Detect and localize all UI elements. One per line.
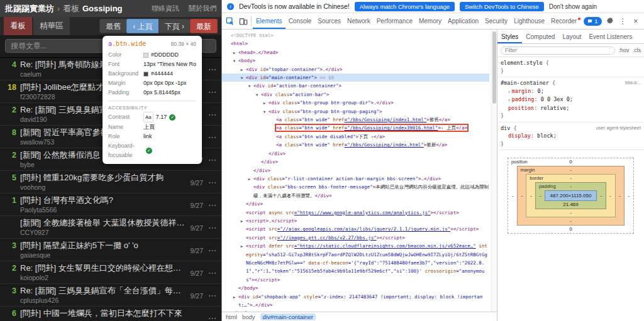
tab-performance[interactable]: Performance <box>374 13 416 29</box>
tab-memory[interactable]: Memory <box>416 13 445 29</box>
dom-node-line[interactable]: ▶<div class="r-list-container action-bar… <box>222 175 489 183</box>
dont-show-again-button[interactable]: Don't show again <box>549 3 597 10</box>
collapse-arrow-icon[interactable]: ▼ <box>262 107 267 116</box>
device-toolbar-icon[interactable] <box>237 13 250 29</box>
styles-tab-layout[interactable]: Layout <box>558 30 585 43</box>
post-title[interactable]: [問卦] 體重120kg需要吃多少蛋白質才夠 <box>20 172 187 183</box>
box-model-content[interactable]: 487.200×1115.050 <box>545 190 597 201</box>
breadcrumb-body[interactable]: body <box>242 313 255 320</box>
box-model-position[interactable]: position0-margin--border--padding--487.2… <box>508 158 634 234</box>
post-row[interactable]: 3[問卦] 隔壁桌正妹約5下一攤 o' 'ogaiaesque9/27⋯ <box>0 239 221 261</box>
dom-node-line[interactable]: <script src="//images.ptt.cc/bbs/v2.27/b… <box>222 234 489 242</box>
expand-arrow-icon[interactable]: ▶ <box>239 65 245 73</box>
box-model-border[interactable]: border--padding--487.200×1115.050-21.469… <box>526 174 615 217</box>
dom-node-line[interactable]: ▼<div class="action-bar"> <box>222 90 489 99</box>
collapse-arrow-icon[interactable]: ▼ <box>254 90 260 99</box>
styles-tab-computed[interactable]: Computed <box>522 30 558 43</box>
css-rule[interactable]: element.style {} <box>497 57 644 77</box>
dom-node-line[interactable]: </body> <box>222 284 489 292</box>
board-tab[interactable]: 看板 <box>4 17 32 35</box>
stylesheet-source-link[interactable]: user agent stylesheet <box>596 124 641 133</box>
dom-node-line[interactable]: <a class="btn wide disabled">下頁 ›</a> <box>222 133 489 141</box>
post-title[interactable]: Re: [新聞] 三媽臭臭鍋宣布「全台漲價」每鍋貴20 <box>20 285 187 296</box>
about-us-link[interactable]: 關於我們 <box>189 4 216 13</box>
paging-button[interactable]: ‹ 上頁 <box>126 19 158 33</box>
post-row[interactable]: 1[問卦] 台灣有早酒文化嗎?Paolyta55669/27⋯ <box>0 193 221 216</box>
post-title[interactable]: Re: [問卦] 女生幫男生口交的時候心裡在想什麼? <box>20 263 187 273</box>
post-row[interactable]: 6[問卦] 中國一堆爛兵，當初日本怎麼打不下來⋯ <box>0 307 221 321</box>
hov-toggle[interactable]: :hov <box>618 47 629 53</box>
box-model-padding[interactable]: padding--487.200×1115.050-21.469 <box>535 182 606 209</box>
box-model-margin[interactable]: margin--border--padding--487.200×1115.05… <box>517 166 625 226</box>
tab-lighthouse[interactable]: Lighthouse <box>511 13 548 29</box>
expand-arrow-icon[interactable]: ▶ <box>239 242 245 250</box>
expand-arrow-icon[interactable]: ▶ <box>247 175 252 183</box>
styles-tab-event-listeners[interactable]: Event Listeners <box>585 30 636 43</box>
dom-node-line[interactable]: ▶<div id="shopback-app" style="z-index: … <box>222 293 489 310</box>
dom-node-line[interactable]: ▼<div id="main-container"> == $0 <box>222 73 489 82</box>
elements-scrollbar[interactable] <box>491 30 497 312</box>
post-row[interactable]: 5[問卦] 體重120kg需要吃多少蛋白質才夠voohong9/27⋯ <box>0 171 221 193</box>
scrollbar-thumb[interactable] <box>492 31 496 104</box>
breadcrumb-div#main-container[interactable]: div#main-container <box>260 313 316 320</box>
collapse-arrow-icon[interactable]: ▼ <box>247 82 252 90</box>
expand-arrow-icon[interactable]: ▶ <box>231 48 237 57</box>
post-title[interactable]: [新聞] 全教總接著檢舉 大葉退休教授黃德祥開校長培訓班 <box>20 217 187 228</box>
post-title[interactable]: [問卦] 中國一堆爛兵，當初日本怎麼打不下來 <box>20 308 199 318</box>
expand-arrow-icon[interactable]: ▶ <box>239 217 245 225</box>
dom-node-line[interactable]: ▶<div id="topbar-container">…</div> <box>222 65 489 73</box>
collapse-arrow-icon[interactable]: ▼ <box>239 73 245 82</box>
dom-node-line[interactable]: </div> <box>222 166 489 175</box>
post-menu-icon[interactable]: ⋯ <box>208 87 216 97</box>
paging-button[interactable]: 下頁 › <box>158 19 191 33</box>
dom-node-line[interactable]: </div> <box>222 158 489 166</box>
post-title[interactable]: [問卦] 隔壁桌正妹約5下一攤 o' 'o <box>20 240 187 251</box>
stylesheet-source-link[interactable]: bbs-b... <box>625 79 641 87</box>
tab-security[interactable]: Security <box>482 13 511 29</box>
board-name[interactable]: Gossiping <box>82 4 123 13</box>
expand-arrow-icon[interactable]: ▶ <box>262 99 267 107</box>
breadcrumb-html[interactable]: html <box>226 313 237 320</box>
tab-network[interactable]: Network <box>344 13 374 29</box>
board-label[interactable]: 看板 <box>63 3 79 14</box>
tab-console[interactable]: Console <box>286 13 315 29</box>
kebab-menu-icon[interactable]: ⋮ <box>616 13 630 29</box>
issues-badge[interactable]: 1 <box>584 17 601 26</box>
css-property[interactable]: ▸margin: 0; <box>501 87 641 96</box>
post-menu-icon[interactable]: ⋯ <box>208 200 216 210</box>
post-menu-icon[interactable]: ⋯ <box>208 133 216 142</box>
css-property[interactable]: position: relative; <box>501 104 641 112</box>
post-row[interactable]: 2Re: [問卦] 女生幫男生口交的時候心裡在想什麼?koiopolo29/27… <box>0 261 221 284</box>
post-menu-icon[interactable]: ⋯ <box>208 246 216 255</box>
styles-filter-input[interactable] <box>501 46 615 55</box>
dom-node-line[interactable]: ▼<body> <box>222 57 489 65</box>
css-rule[interactable]: bbs-b...#main-container {▸margin: 0;▸pad… <box>497 77 644 122</box>
board-tab[interactable]: 精華區 <box>33 17 70 35</box>
collapse-arrow-icon[interactable]: ▼ <box>231 57 237 65</box>
match-chrome-language-button[interactable]: Always match Chrome's language <box>355 2 455 11</box>
dom-node-line[interactable]: </div> <box>222 150 489 158</box>
dom-node-line[interactable]: ▶<script>…</script> <box>222 217 489 225</box>
dom-node-line[interactable]: <!DOCTYPE html> <box>222 31 489 40</box>
tab-elements[interactable]: Elements <box>253 13 286 29</box>
post-menu-icon[interactable]: ⋯ <box>208 178 216 187</box>
post-menu-icon[interactable]: ⋯ <box>208 65 216 74</box>
dom-node-line[interactable]: </div> <box>222 200 489 208</box>
post-row[interactable]: 3Re: [新聞] 三媽臭臭鍋宣布「全台漲價」每鍋貴20cplusplus426… <box>0 284 221 307</box>
post-menu-icon[interactable]: ⋯ <box>208 268 216 278</box>
cls-toggle[interactable]: .cls <box>633 47 641 53</box>
paging-button[interactable]: 最舊 <box>99 19 127 33</box>
switch-to-chinese-button[interactable]: Switch DevTools to Chinese <box>460 2 544 11</box>
settings-gear-icon[interactable] <box>604 13 617 29</box>
tab-recorder[interactable]: Recorder <box>548 13 584 29</box>
dom-node-line[interactable]: <script async src="https://www.google-an… <box>222 209 489 217</box>
inspect-element-icon[interactable] <box>224 13 237 29</box>
dom-node-line[interactable]: ▼<div id="action-bar-container"> <box>222 82 489 90</box>
post-menu-icon[interactable]: ⋯ <box>208 110 216 119</box>
paging-button[interactable]: 最新 <box>190 19 218 33</box>
styles-tab-styles[interactable]: Styles <box>497 30 522 43</box>
post-menu-icon[interactable]: ⋯ <box>208 313 216 321</box>
dom-node-line[interactable]: <script src="//ajax.googleapis.com/ajax/… <box>222 225 489 233</box>
dom-node-line[interactable]: ▼<div class="btn-group btn-group-paging"… <box>222 107 489 116</box>
dom-node-line[interactable]: ▶<div class="btn-group btn-group-dir">…<… <box>222 99 489 107</box>
